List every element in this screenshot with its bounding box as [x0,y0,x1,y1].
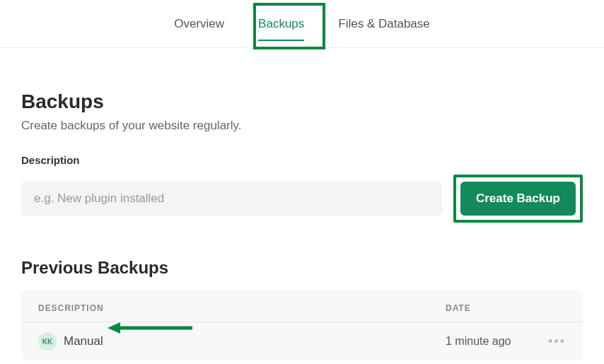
row-date: 1 minute ago [446,335,545,348]
highlight-box-button: Create Backup [453,175,583,223]
col-description: DESCRIPTION [38,303,446,313]
create-backup-button[interactable]: Create Backup [460,182,576,216]
page-subtitle: Create backups of your website regularly… [21,119,583,133]
col-date: DATE [446,303,566,313]
tabs-nav: Overview Backups Files & Database [0,0,604,48]
page-title: Backups [21,90,583,113]
tab-files-database[interactable]: Files & Database [338,11,429,37]
avatar: KK [38,332,57,351]
row-description: Manual [64,334,446,348]
tab-backups[interactable]: Backups [258,11,304,37]
previous-backups-table: DESCRIPTION DATE KK Manual 1 minute ago … [21,290,583,360]
row-actions-icon[interactable]: ••• [545,334,566,349]
tab-overview[interactable]: Overview [174,11,224,37]
description-label: Description [21,154,583,166]
description-input[interactable] [21,182,442,216]
previous-backups-title: Previous Backups [21,258,583,278]
table-row[interactable]: KK Manual 1 minute ago ••• [21,322,583,360]
